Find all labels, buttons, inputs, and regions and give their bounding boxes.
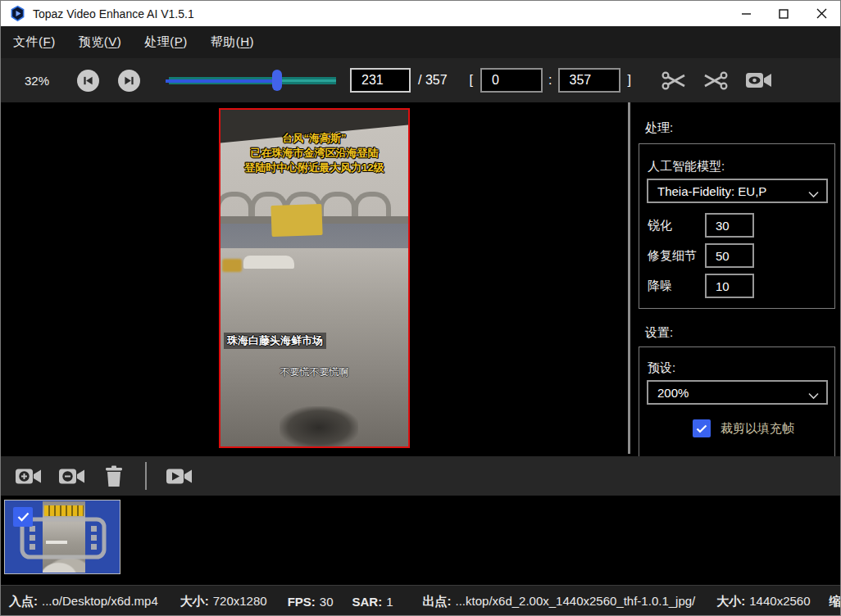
video-speech-caption: 不要慌不要慌啊 xyxy=(220,365,408,379)
status-fps: FPS:30 xyxy=(288,595,334,609)
range-start-input[interactable]: 0 xyxy=(480,68,543,93)
app-logo-icon xyxy=(10,6,25,21)
settings-section-title: 设置: xyxy=(645,325,673,341)
sharpen-input[interactable]: 30 xyxy=(705,213,754,238)
status-out-point: 出点:...ktop/x6d_2.00x_1440x2560_thf-1.0.1… xyxy=(423,594,696,609)
status-sar: SAR:1 xyxy=(352,595,393,609)
trim-start-scissors-icon[interactable] xyxy=(661,70,686,91)
sharpen-label: 锐化 xyxy=(648,218,705,233)
panel-scrollbar[interactable] xyxy=(628,102,630,454)
video-list-toolbar xyxy=(1,456,840,496)
status-bar: 入点:...o/Desktop/x6d.mp4 大小:720x1280 FPS:… xyxy=(1,585,840,616)
status-in-point: 入点:...o/Desktop/x6d.mp4 xyxy=(9,594,158,609)
range-separator: : xyxy=(548,73,552,88)
status-out-size: 大小:1440x2560 xyxy=(716,594,810,609)
process-video-icon[interactable] xyxy=(166,466,193,487)
playback-toolbar: 32% 231 / 357 [ 0 : 357 ] xyxy=(1,58,840,102)
menu-preview[interactable]: 预览(V) xyxy=(67,26,134,58)
title-bar: Topaz Video Enhance AI V1.5.1 xyxy=(1,1,840,26)
settings-panel: 处理: 人工智能模型: Theia-Fidelity: EU,P 锐化 30 修… xyxy=(632,102,841,456)
processing-section-title: 处理: xyxy=(645,120,673,136)
processing-group: 人工智能模型: Theia-Fidelity: EU,P 锐化 30 修复细节 … xyxy=(639,143,835,309)
chevron-down-icon xyxy=(808,388,819,402)
current-frame-input[interactable]: 231 xyxy=(350,68,411,93)
menu-file[interactable]: 文件(F) xyxy=(2,26,67,58)
video-flooded-car xyxy=(243,256,294,269)
zoom-level-label: 32% xyxy=(25,74,56,88)
crop-to-fill-checkbox[interactable] xyxy=(693,419,711,437)
range-close-bracket: ] xyxy=(628,73,631,88)
menu-bar: 文件(F) 预览(V) 处理(P) 帮助(H) xyxy=(1,26,840,58)
range-end-input[interactable]: 357 xyxy=(558,68,621,93)
restore-detail-input[interactable]: 50 xyxy=(705,243,754,268)
app-window: Topaz Video Enhance AI V1.5.1 文件(F) 预览(V… xyxy=(0,0,841,616)
remove-video-icon[interactable] xyxy=(58,466,85,487)
slider-handle[interactable] xyxy=(272,70,282,91)
skip-to-start-button[interactable] xyxy=(77,70,99,92)
frame-total-label: / 357 xyxy=(418,73,448,88)
delete-video-icon[interactable] xyxy=(104,465,124,487)
status-scale: 缩放:200% xyxy=(830,594,841,609)
trim-end-scissors-icon[interactable] xyxy=(703,70,728,91)
denoise-input[interactable]: 10 xyxy=(705,274,754,298)
status-in-size: 大小:720x1280 xyxy=(180,594,267,609)
video-preview[interactable]: 台风“海高斯” 已在珠海市金湾区沿海登陆 登陆时中心附近最大风力12级 珠海白藤… xyxy=(219,108,410,448)
settings-group: 预设: 200% 裁剪以填充帧 xyxy=(639,346,835,461)
minimize-button[interactable] xyxy=(727,1,765,26)
timeline-slider[interactable] xyxy=(169,69,336,92)
video-yellow-sign xyxy=(270,204,322,237)
thumbnail-strip xyxy=(1,496,840,585)
chevron-down-icon xyxy=(808,187,819,201)
preview-area: 台风“海高斯” 已在珠海市金湾区沿海登陆 登陆时中心附近最大风力12级 珠海白藤… xyxy=(1,102,841,456)
ai-model-label: 人工智能模型: xyxy=(648,159,725,174)
menu-help[interactable]: 帮助(H) xyxy=(199,26,266,58)
skip-to-end-button[interactable] xyxy=(118,70,140,92)
slider-progress xyxy=(166,79,280,83)
preview-camera-icon[interactable] xyxy=(745,70,772,90)
video-location-caption: 珠海白藤头海鲜市场 xyxy=(224,333,326,349)
ai-model-dropdown[interactable]: Theia-Fidelity: EU,P xyxy=(647,179,828,203)
thumbnail-checkbox[interactable] xyxy=(13,507,33,527)
preset-label: 预设: xyxy=(648,360,675,376)
close-button[interactable] xyxy=(802,1,840,26)
crop-to-fill-label: 裁剪以填充帧 xyxy=(721,421,794,437)
video-thumbnail-item[interactable] xyxy=(4,500,120,574)
preset-dropdown[interactable]: 200% xyxy=(647,380,828,405)
range-open-bracket: [ xyxy=(470,73,473,88)
window-title: Topaz Video Enhance AI V1.5.1 xyxy=(33,7,194,20)
toolbar-divider xyxy=(145,462,147,490)
add-video-icon[interactable] xyxy=(15,466,42,487)
maximize-button[interactable] xyxy=(765,1,802,26)
menu-process[interactable]: 处理(P) xyxy=(133,26,199,58)
video-headline-text: 台风“海高斯” 已在珠海市金湾区沿海登陆 登陆时中心附近最大风力12级 xyxy=(220,131,408,175)
denoise-label: 降噪 xyxy=(648,279,705,294)
restore-detail-label: 修复细节 xyxy=(648,248,705,264)
